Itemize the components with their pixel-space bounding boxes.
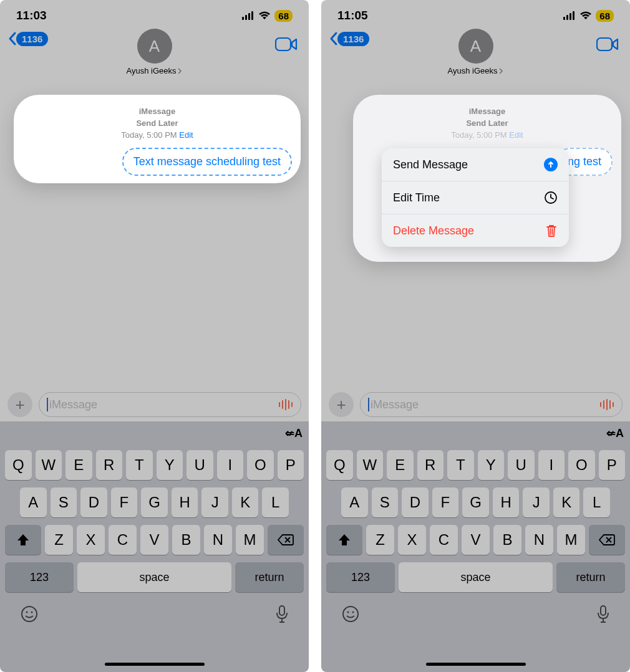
key-n[interactable]: N [204,525,232,555]
shift-key[interactable] [5,525,41,555]
message-input[interactable]: iMessage [39,392,301,417]
audio-wave-icon[interactable] [278,398,293,411]
key-a[interactable]: A [20,487,47,517]
home-indicator[interactable] [105,663,205,666]
key-j[interactable]: J [201,487,228,517]
key-y[interactable]: Y [478,450,505,480]
key-a[interactable]: A [341,487,368,517]
svg-rect-0 [242,17,244,20]
emoji-key[interactable] [341,605,360,623]
key-l[interactable]: L [583,487,610,517]
numeric-key[interactable]: 123 [326,562,395,592]
cellular-icon [563,11,576,20]
key-v[interactable]: V [140,525,168,555]
shift-key[interactable] [326,525,362,555]
key-f[interactable]: F [432,487,459,517]
key-u[interactable]: U [187,450,213,480]
key-l[interactable]: L [262,487,289,517]
clock-icon [544,191,558,204]
key-d[interactable]: D [402,487,429,517]
edit-link[interactable]: Edit [179,130,193,140]
key-n[interactable]: N [525,525,553,555]
menu-delete-message[interactable]: Delete Message [382,214,569,247]
message-input[interactable]: iMessage [360,392,623,417]
key-m[interactable]: M [236,525,264,555]
audio-wave-icon[interactable] [599,398,614,411]
key-h[interactable]: H [493,487,520,517]
home-indicator[interactable] [426,663,526,666]
facetime-video-icon[interactable] [275,36,298,52]
svg-rect-16 [569,13,571,20]
key-o[interactable]: O [568,450,595,480]
key-t[interactable]: T [447,450,474,480]
contact-header[interactable]: A Ayush iGeeks [321,29,630,75]
plus-button[interactable]: + [7,392,32,417]
key-e[interactable]: E [387,450,414,480]
key-x[interactable]: X [398,525,426,555]
battery-level: 68 [596,10,614,22]
svg-rect-3 [251,11,253,20]
numeric-key[interactable]: 123 [5,562,74,592]
return-key[interactable]: return [235,562,304,592]
key-x[interactable]: X [77,525,105,555]
key-v[interactable]: V [462,525,490,555]
key-j[interactable]: J [523,487,550,517]
key-b[interactable]: B [172,525,200,555]
key-r[interactable]: R [96,450,123,480]
key-u[interactable]: U [508,450,535,480]
key-p[interactable]: P [599,450,626,480]
svg-rect-27 [601,606,606,615]
key-o[interactable]: O [247,450,274,480]
key-e[interactable]: E [65,450,92,480]
key-w[interactable]: W [357,450,384,480]
svg-rect-15 [566,15,568,20]
send-arrow-icon [544,158,558,171]
key-s[interactable]: S [372,487,399,517]
key-i[interactable]: I [217,450,244,480]
keyboard-mode-icon[interactable]: ⇍A [285,426,303,440]
key-p[interactable]: P [278,450,304,480]
trash-icon [545,224,558,238]
plus-button[interactable]: + [329,392,354,417]
key-d[interactable]: D [80,487,107,517]
keyboard-mode-icon[interactable]: ⇍A [606,426,624,440]
key-r[interactable]: R [417,450,444,480]
emoji-key[interactable] [20,605,39,623]
nav-header: 1136 A Ayush iGeeks [0,26,309,81]
facetime-video-icon[interactable] [596,36,619,52]
key-m[interactable]: M [557,525,585,555]
dictate-key[interactable] [275,605,289,623]
key-q[interactable]: Q [326,450,353,480]
contact-header[interactable]: A Ayush iGeeks [0,29,309,75]
key-c[interactable]: C [109,525,137,555]
edit-link[interactable]: Edit [509,130,523,140]
key-k[interactable]: K [553,487,580,517]
key-i[interactable]: I [538,450,565,480]
space-key[interactable]: space [77,562,231,592]
dictate-key[interactable] [596,605,610,623]
kb-row2: ASDFGHJKL [2,487,306,517]
key-h[interactable]: H [172,487,198,517]
menu-edit-time[interactable]: Edit Time [382,181,569,214]
space-key[interactable]: space [399,562,553,592]
key-f[interactable]: F [111,487,138,517]
delete-key[interactable] [589,525,625,555]
scheduled-bubble[interactable]: Text message scheduling test [122,148,292,176]
key-g[interactable]: G [141,487,168,517]
menu-send-message[interactable]: Send Message [382,148,569,181]
key-y[interactable]: Y [157,450,183,480]
svg-point-10 [22,607,37,622]
key-c[interactable]: C [430,525,458,555]
delete-key[interactable] [268,525,304,555]
key-k[interactable]: K [232,487,259,517]
key-g[interactable]: G [462,487,489,517]
svg-rect-17 [573,11,574,20]
key-s[interactable]: S [51,487,77,517]
key-b[interactable]: B [493,525,521,555]
return-key[interactable]: return [556,562,625,592]
key-t[interactable]: T [126,450,153,480]
key-z[interactable]: Z [45,525,73,555]
key-z[interactable]: Z [366,525,394,555]
key-w[interactable]: W [36,450,62,480]
key-q[interactable]: Q [5,450,32,480]
